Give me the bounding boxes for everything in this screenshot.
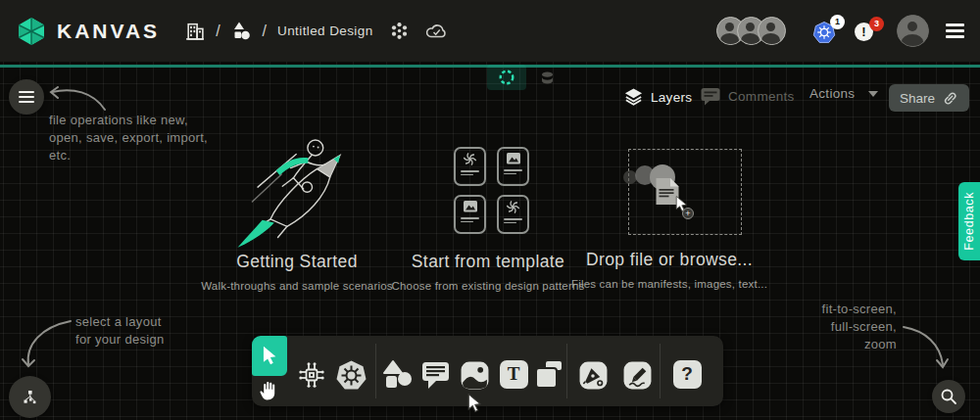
file-menu-button[interactable] (9, 79, 44, 115)
toolbar-separator (375, 344, 376, 398)
magnifier-icon (940, 388, 957, 405)
file-ops-arrow (45, 86, 114, 145)
tool-pencil[interactable] (620, 358, 654, 392)
layout-select-button[interactable] (9, 376, 51, 418)
view-tab-stack[interactable] (530, 65, 564, 90)
actions-dropdown[interactable]: Actions (809, 86, 878, 101)
stack-view-icon (539, 70, 556, 86)
template-grid[interactable] (454, 147, 529, 234)
breadcrumb: / / Untitled Design (185, 21, 448, 41)
tool-image[interactable] (458, 358, 491, 392)
template-card[interactable] (454, 195, 486, 234)
app-name: KANVAS (57, 20, 160, 43)
comment-icon (700, 86, 721, 106)
zoom-button[interactable] (932, 380, 965, 413)
tool-pan[interactable] (259, 379, 280, 402)
tool-pen[interactable] (576, 358, 610, 392)
feedback-tab[interactable]: Feedback (958, 182, 980, 260)
layout-tree-icon (22, 390, 38, 405)
help-tool-glyph: ? (681, 363, 693, 385)
tool-help[interactable]: ? (672, 359, 702, 389)
share-label: Share (900, 91, 935, 106)
design-title[interactable]: Untitled Design (277, 23, 373, 38)
header-menu-icon[interactable] (946, 21, 964, 42)
feedback-label: Feedback (962, 192, 976, 251)
kanvas-logo-icon (16, 17, 47, 46)
actions-label: Actions (809, 86, 855, 101)
topology-icon (296, 359, 327, 391)
cycle-view-icon (498, 69, 515, 86)
header-right: 1 ! 3 (716, 15, 964, 47)
pencil-tool-icon (622, 360, 653, 391)
organization-icon[interactable] (185, 21, 205, 41)
dropzone-subtitle: Files can be manifests, images, text... (557, 278, 782, 290)
comment-tool-icon (420, 359, 451, 391)
tool-text[interactable]: T (499, 359, 528, 389)
pattern-swirl-icon (506, 200, 520, 214)
user-avatar[interactable] (897, 15, 929, 47)
tool-shapes[interactable] (381, 357, 415, 393)
file-dropzone[interactable]: + (628, 149, 742, 235)
dropzone-title[interactable]: Drop file or browse... (562, 250, 777, 270)
getting-started-title[interactable]: Getting Started (189, 252, 405, 272)
tool-kubernetes[interactable] (334, 358, 368, 392)
app-header: KANVAS / (0, 0, 980, 62)
tool-topology[interactable] (295, 358, 328, 392)
cloud-sync-icon (425, 23, 449, 39)
alert-count-badge: 3 (869, 17, 884, 31)
view-tab-design[interactable] (487, 65, 526, 90)
pattern-swirl-icon (463, 152, 477, 166)
share-button[interactable]: Share (889, 84, 969, 112)
kubernetes-status[interactable]: 1 (812, 17, 842, 46)
tools-toolbar: T (252, 336, 723, 406)
add-file-plus-icon: + (682, 208, 694, 219)
hand-icon (260, 380, 279, 401)
kubernetes-wheel-icon (335, 359, 368, 392)
tool-comment[interactable] (418, 357, 452, 393)
layers-icon (623, 86, 644, 108)
layers-label: Layers (651, 90, 692, 105)
cursor-icon (261, 346, 279, 366)
share-link-icon (942, 90, 958, 107)
rocket-illustration[interactable] (230, 130, 368, 248)
image-thumb-icon (463, 200, 478, 213)
layout-arrow (20, 311, 78, 375)
comments-button[interactable]: Comments (700, 86, 795, 106)
text-tool-glyph: T (508, 363, 520, 385)
chevron-down-icon (868, 91, 878, 97)
toolbar-separator (660, 344, 661, 398)
workloads-icon[interactable] (390, 22, 409, 40)
tool-frame[interactable] (533, 358, 564, 391)
collaborator-avatars[interactable] (716, 17, 786, 45)
mouse-cursor (467, 394, 482, 413)
breadcrumb-separator: / (263, 23, 267, 40)
image-thumb-icon (506, 152, 521, 165)
breadcrumb-separator: / (216, 23, 220, 40)
toolbar-separator (566, 344, 567, 398)
pen-tool-icon (578, 360, 609, 391)
zoom-arrow (897, 321, 952, 374)
template-card[interactable] (497, 147, 529, 186)
shapes-icon (382, 358, 414, 392)
layers-button[interactable]: Layers (623, 86, 692, 108)
tool-select[interactable] (252, 336, 287, 376)
frame-tool-icon (534, 359, 564, 390)
kanvas-app: KANVAS / (0, 0, 980, 420)
template-card[interactable] (454, 147, 486, 186)
alerts-indicator[interactable]: ! 3 (855, 17, 880, 46)
image-tool-icon (460, 360, 490, 391)
zoom-annotation: fit-to-screen, full-screen, zoom (799, 301, 897, 353)
k8s-count-badge: 1 (830, 15, 845, 29)
hamburger-icon (19, 88, 34, 106)
comments-label: Comments (728, 89, 795, 104)
project-icon[interactable] (231, 22, 252, 40)
avatar[interactable] (758, 17, 786, 45)
app-logo[interactable]: KANVAS (16, 17, 160, 46)
template-card[interactable] (497, 195, 529, 234)
layout-annotation: select a layout for your design (75, 313, 165, 349)
